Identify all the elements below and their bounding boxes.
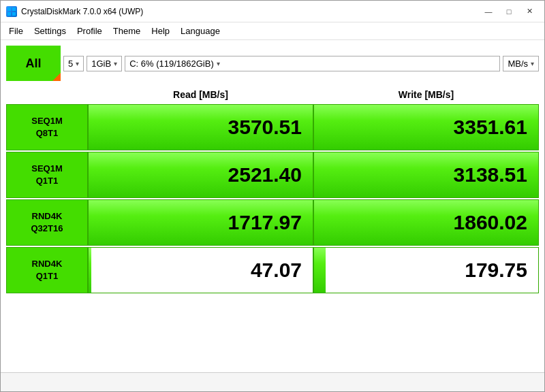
minimize-button[interactable]: — xyxy=(479,5,498,18)
menu-help[interactable]: Help xyxy=(146,24,175,38)
menu-file[interactable]: File xyxy=(3,24,29,38)
unit-dropdown[interactable]: MB/s ▾ xyxy=(503,56,539,71)
runs-dropdown[interactable]: 5 ▾ xyxy=(63,56,84,71)
data-table: SEQ1MQ8T1 3570.51 3351.61 SEQ1MQ1T1 2521… xyxy=(6,104,539,293)
table-header: Read [MB/s] Write [MB/s] xyxy=(6,86,539,103)
row-label-seq1m-q8t1: SEQ1MQ8T1 xyxy=(6,104,88,150)
header-write: Write [MB/s] xyxy=(313,86,539,103)
size-dropdown[interactable]: 1GiB ▾ xyxy=(87,56,122,71)
svg-rect-2 xyxy=(7,12,11,16)
row-label-seq1m-q1t1: SEQ1MQ1T1 xyxy=(6,152,88,198)
status-bar xyxy=(1,372,544,391)
close-button[interactable]: ✕ xyxy=(520,5,539,18)
title-bar-left: CrystalDiskMark 7.0.0 x64 (UWP) xyxy=(6,6,143,17)
window-title: CrystalDiskMark 7.0.0 x64 (UWP) xyxy=(21,7,143,16)
controls-row: All 5 ▾ 1GiB ▾ C: 6% (119/1862GiB) ▾ MB/… xyxy=(6,46,539,81)
menu-profile[interactable]: Profile xyxy=(72,24,108,38)
table-row: SEQ1MQ1T1 2521.40 3138.51 xyxy=(6,152,539,198)
drive-dropdown[interactable]: C: 6% (119/1862GiB) ▾ xyxy=(125,56,500,71)
table-row: RND4KQ32T16 1717.97 1860.02 xyxy=(6,199,539,246)
row-read-rnd4k-q1t1: 47.07 xyxy=(88,247,313,293)
runs-dropdown-arrow: ▾ xyxy=(76,60,79,67)
row-label-rnd4k-q32t16: RND4KQ32T16 xyxy=(6,199,88,246)
row-read-rnd4k-q32t16: 1717.97 xyxy=(88,199,313,246)
all-button[interactable]: All xyxy=(6,46,61,81)
menu-bar: File Settings Profile Theme Help Languag… xyxy=(1,22,544,40)
svg-rect-3 xyxy=(12,12,16,16)
row-read-seq1m-q1t1: 2521.40 xyxy=(88,152,313,198)
table-row: SEQ1MQ8T1 3570.51 3351.61 xyxy=(6,104,539,150)
table-row: RND4KQ1T1 47.07 179.75 xyxy=(6,247,539,293)
unit-dropdown-arrow: ▾ xyxy=(531,60,534,67)
title-bar: CrystalDiskMark 7.0.0 x64 (UWP) — □ ✕ xyxy=(1,1,544,22)
maximize-button[interactable]: □ xyxy=(499,5,518,18)
row-write-seq1m-q1t1: 3138.51 xyxy=(313,152,539,198)
row-write-seq1m-q8t1: 3351.61 xyxy=(313,104,539,150)
size-dropdown-arrow: ▾ xyxy=(114,60,117,67)
row-read-seq1m-q8t1: 3570.51 xyxy=(88,104,313,150)
drive-dropdown-arrow: ▾ xyxy=(217,60,220,67)
menu-settings[interactable]: Settings xyxy=(29,24,72,38)
header-label-col xyxy=(6,86,88,103)
row-write-rnd4k-q32t16: 1860.02 xyxy=(313,199,539,246)
title-bar-controls: — □ ✕ xyxy=(479,5,539,18)
header-read: Read [MB/s] xyxy=(88,86,313,103)
content-area: All 5 ▾ 1GiB ▾ C: 6% (119/1862GiB) ▾ MB/… xyxy=(1,40,544,372)
menu-language[interactable]: Language xyxy=(175,24,225,38)
main-window: CrystalDiskMark 7.0.0 x64 (UWP) — □ ✕ Fi… xyxy=(0,0,545,392)
menu-theme[interactable]: Theme xyxy=(108,24,146,38)
svg-rect-0 xyxy=(7,7,11,11)
row-label-rnd4k-q1t1: RND4KQ1T1 xyxy=(6,247,88,293)
svg-rect-1 xyxy=(12,7,16,11)
app-icon xyxy=(6,6,17,17)
row-write-rnd4k-q1t1: 179.75 xyxy=(313,247,539,293)
